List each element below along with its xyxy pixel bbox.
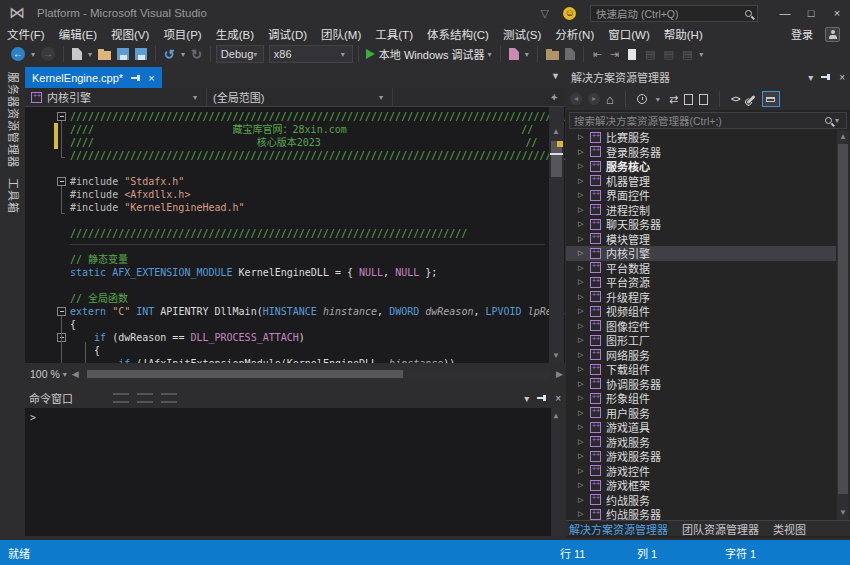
expand-arrow-icon[interactable]: ▷ <box>578 220 590 228</box>
expand-arrow-icon[interactable]: ▷ <box>578 467 590 475</box>
menu-item-4[interactable]: 生成(B) <box>209 26 261 42</box>
start-debugging-icon[interactable] <box>366 49 375 59</box>
filter-dropdown-icon[interactable]: ▾ <box>656 95 660 104</box>
code-line[interactable] <box>25 214 565 227</box>
tree-item-18[interactable]: ▷形象组件 <box>566 391 836 406</box>
new-project-dropdown-icon[interactable]: ▾ <box>88 50 92 59</box>
tree-item-2[interactable]: ▷服务核心 <box>566 159 836 174</box>
code-line[interactable]: ////////////////////////////////////////… <box>25 149 565 162</box>
expand-arrow-icon[interactable]: ▷ <box>578 191 590 199</box>
code-line[interactable]: #include "Stdafx.h" <box>25 175 565 188</box>
expand-arrow-icon[interactable]: ▷ <box>578 438 590 446</box>
menu-item-1[interactable]: 编辑(E) <box>52 26 104 42</box>
properties-wrench-icon[interactable] <box>746 94 755 103</box>
save-all-icon[interactable] <box>135 48 147 60</box>
attach-dropdown-icon[interactable]: ▾ <box>525 50 529 59</box>
bottom-tab-2[interactable]: 类视图 <box>773 521 806 537</box>
navigate-back-icon[interactable]: ← <box>11 47 25 61</box>
tree-item-3[interactable]: ▷机器管理 <box>566 174 836 189</box>
add-item-icon[interactable] <box>546 51 559 60</box>
code-line[interactable]: ////////////////////////////////////////… <box>25 227 565 240</box>
nav-types-dropdown[interactable]: 内核引擎 ▾ <box>25 88 207 106</box>
tree-item-10[interactable]: ▷平台资源 <box>566 275 836 290</box>
menu-item-10[interactable]: 分析(N) <box>548 26 601 42</box>
tree-item-22[interactable]: ▷游戏服务器 <box>566 449 836 464</box>
expand-arrow-icon[interactable]: ▷ <box>578 394 590 402</box>
expand-arrow-icon[interactable]: ▷ <box>578 510 590 518</box>
scroll-up-icon[interactable]: ▲ <box>554 411 559 420</box>
code-line[interactable]: { <box>25 344 565 357</box>
expand-arrow-icon[interactable]: ▷ <box>578 206 590 214</box>
tree-item-8[interactable]: ▷内核引擎 <box>566 246 836 261</box>
menu-item-2[interactable]: 视图(V) <box>104 26 156 42</box>
expand-arrow-icon[interactable]: ▷ <box>578 307 590 315</box>
tab-close-icon[interactable]: × <box>148 72 154 84</box>
undo-dropdown-icon[interactable]: ▾ <box>181 50 185 59</box>
feedback-icon[interactable]: ▽ <box>541 7 549 20</box>
expand-arrow-icon[interactable]: ▷ <box>578 293 590 301</box>
tree-item-16[interactable]: ▷下载组件 <box>566 362 836 377</box>
expand-arrow-icon[interactable]: ▷ <box>578 162 590 170</box>
code-line[interactable] <box>25 162 565 175</box>
tree-item-9[interactable]: ▷平台数据 <box>566 261 836 276</box>
solution-configuration-select[interactable]: Debug ▾ <box>216 45 264 63</box>
scroll-left-icon[interactable]: ◀ <box>72 369 79 379</box>
maximize-button[interactable]: □ <box>798 2 824 24</box>
switch-views-icon[interactable]: ⇄ <box>669 93 678 106</box>
bottom-tab-1[interactable]: 团队资源管理器 <box>682 521 759 537</box>
pending-changes-filter-icon[interactable] <box>637 94 647 104</box>
pin-icon[interactable] <box>131 73 141 83</box>
solution-platform-select[interactable]: x86 ▾ <box>269 45 353 63</box>
expand-arrow-icon[interactable]: ▷ <box>578 481 590 489</box>
expand-arrow-icon[interactable]: ▷ <box>578 365 590 373</box>
document-list-dropdown-icon[interactable]: ▼ <box>551 71 560 81</box>
sync-with-active-document-icon[interactable] <box>684 94 693 105</box>
quick-launch-search[interactable]: 快速启动 (Ctrl+Q) <box>590 5 758 22</box>
code-editor[interactable]: ////////////////////////////////////////… <box>25 107 565 363</box>
code-line[interactable]: if (dwReason == DLL_PROCESS_ATTACH) <box>25 331 565 344</box>
nav-members-dropdown[interactable]: ▾ <box>393 88 565 106</box>
open-file-icon[interactable] <box>98 51 111 60</box>
tree-item-23[interactable]: ▷游戏控件 <box>566 464 836 479</box>
forward-icon[interactable]: ▸ <box>588 93 600 105</box>
code-line[interactable]: #include <Afxdllx.h> <box>25 188 565 201</box>
minimize-button[interactable]: — <box>772 2 798 24</box>
horizontal-scrollbar-thumb[interactable] <box>87 370 403 378</box>
expand-arrow-icon[interactable]: ▷ <box>578 278 590 286</box>
tree-vertical-scrollbar[interactable]: ▲ ▼ <box>837 130 849 522</box>
expand-arrow-icon[interactable]: ▷ <box>578 322 590 330</box>
menu-item-7[interactable]: 工具(T) <box>368 26 420 42</box>
collapse-region-icon[interactable] <box>57 177 66 186</box>
menu-item-12[interactable]: 帮助(H) <box>657 26 710 42</box>
tree-item-21[interactable]: ▷游戏服务 <box>566 435 836 450</box>
menu-item-5[interactable]: 调试(D) <box>261 26 314 42</box>
menu-item-6[interactable]: 团队(M) <box>314 26 368 42</box>
expand-arrow-icon[interactable]: ▷ <box>578 133 590 141</box>
code-line[interactable]: #include "KernelEngineHead.h" <box>25 201 565 214</box>
view-code-icon[interactable]: <> <box>731 94 740 104</box>
tree-item-5[interactable]: ▷进程控制 <box>566 203 836 218</box>
tab-server-explorer[interactable]: 服务器资源管理器 <box>6 72 22 168</box>
menu-item-11[interactable]: 窗口(W) <box>601 26 657 42</box>
toolbar-overflow-dropdown-icon[interactable]: ▾ <box>699 50 703 59</box>
expand-arrow-icon[interactable]: ▷ <box>578 249 590 257</box>
navigate-back-dropdown-icon[interactable]: ▾ <box>31 50 35 59</box>
close-panel-icon[interactable]: × <box>555 393 561 404</box>
code-line[interactable]: ////////////////////////////////////////… <box>25 110 565 123</box>
navigate-forward-icon[interactable]: → <box>41 47 55 61</box>
account-avatar-icon[interactable] <box>825 27 840 42</box>
zoom-dropdown-icon[interactable]: ▾ <box>63 370 67 379</box>
collapse-all-button[interactable] <box>762 91 780 107</box>
tree-item-12[interactable]: ▷视频组件 <box>566 304 836 319</box>
toggle-bookmark-icon[interactable] <box>628 49 636 60</box>
expand-arrow-icon[interactable]: ▷ <box>578 380 590 388</box>
expand-arrow-icon[interactable]: ▷ <box>578 235 590 243</box>
increase-indent-icon[interactable]: ⇥ <box>610 48 619 61</box>
command-window-scrollbar[interactable]: ▲ <box>551 408 565 536</box>
code-line[interactable]: // 静态变量 <box>25 253 565 266</box>
scrollbar-thumb[interactable] <box>838 144 848 494</box>
scroll-up-icon[interactable]: ▲ <box>839 132 847 141</box>
bottom-tab-0[interactable]: 解决方案资源管理器 <box>569 521 668 537</box>
code-line[interactable] <box>25 240 565 253</box>
code-line[interactable]: //// 核心版本2023 // <box>25 136 565 149</box>
